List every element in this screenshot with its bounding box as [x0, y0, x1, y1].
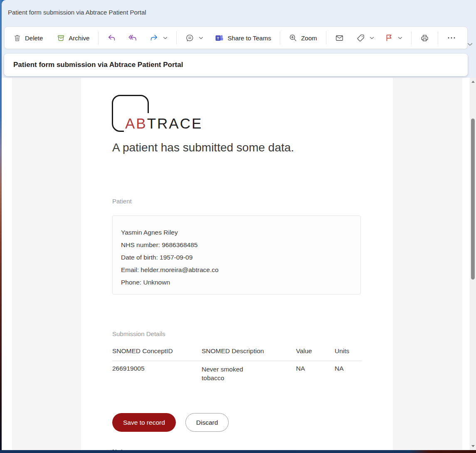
- reply-icon: [107, 34, 116, 42]
- categorize-button[interactable]: [352, 30, 379, 46]
- cell-concept-id: 266919005: [112, 365, 202, 382]
- scrollbar-down-arrow-icon[interactable]: [471, 445, 475, 447]
- reading-pane: ABTRACE A patient has submitted some dat…: [5, 78, 470, 450]
- chat-bubble-icon: [185, 34, 194, 42]
- archive-button[interactable]: Archive: [52, 31, 94, 45]
- reply-all-icon: [128, 34, 137, 42]
- toolbar-separator: [280, 31, 280, 45]
- zoom-button[interactable]: Zoom: [284, 30, 321, 45]
- save-to-record-button[interactable]: Save to record: [112, 413, 176, 432]
- logo-text-ab: AB: [125, 115, 147, 131]
- more-ellipsis-icon: [447, 34, 456, 42]
- desktop-edge-bottom: [0, 450, 476, 453]
- discard-button[interactable]: Discard: [185, 413, 229, 432]
- scrollbar[interactable]: [470, 78, 476, 450]
- table-row: 266919005 Never smoked tobacco NA NA: [112, 365, 362, 382]
- delete-button[interactable]: Delete: [9, 31, 47, 45]
- archive-label: Archive: [69, 35, 89, 42]
- header-snomed-description: SNOMED Description: [202, 347, 296, 355]
- patient-nhs-number: NHS number: 9686368485: [121, 239, 353, 251]
- share-to-teams-button[interactable]: T Share to Teams: [210, 30, 276, 46]
- toolbar-separator: [411, 31, 412, 45]
- print-button[interactable]: [416, 30, 434, 46]
- cell-value: NA: [296, 365, 335, 382]
- delete-label: Delete: [25, 35, 43, 42]
- header-snomed-conceptid: SNOMED ConceptID: [112, 347, 202, 355]
- cell-units: NA: [335, 365, 362, 382]
- toolbar-separator: [176, 31, 177, 45]
- share-to-teams-label: Share to Teams: [227, 35, 271, 42]
- submission-section-label: Submission Details: [112, 330, 165, 337]
- reply-button[interactable]: [103, 30, 121, 46]
- envelope-icon: [335, 34, 344, 42]
- email-action-buttons: Save to record Discard: [112, 413, 229, 432]
- scrollbar-thumb[interactable]: [471, 119, 475, 280]
- svg-text:T: T: [217, 36, 220, 40]
- toolbar: Delete Archive: [4, 27, 468, 49]
- header-value: Value: [296, 347, 335, 355]
- flag-chevron-icon: [398, 37, 402, 40]
- patient-name: Yasmin Agnes Riley: [121, 226, 353, 239]
- archive-icon: [57, 34, 65, 42]
- tag-icon: [356, 34, 365, 42]
- printer-icon: [420, 34, 429, 42]
- toolbar-separator: [438, 31, 438, 45]
- submission-table-header-row: SNOMED ConceptID SNOMED Description Valu…: [112, 347, 362, 355]
- logo-text-trace: TRACE: [147, 115, 203, 131]
- zoom-label: Zoom: [301, 35, 317, 42]
- message-subject: Patient form submission via Abtrace Pati…: [4, 61, 183, 69]
- forward-icon: [150, 34, 158, 42]
- more-options-button[interactable]: [442, 30, 461, 45]
- submission-table: SNOMED ConceptID SNOMED Description Valu…: [112, 347, 362, 382]
- scrollbar-up-arrow-icon[interactable]: [471, 81, 475, 83]
- table-header-divider: [112, 361, 362, 361]
- patient-email: Email: helder.moreira@abtrace.co: [121, 264, 353, 276]
- window-title: Patient form submission via Abtrace Pati…: [2, 9, 146, 16]
- abtrace-logo: ABTRACE: [112, 95, 228, 136]
- reply-all-button[interactable]: [124, 30, 142, 46]
- teams-icon: T: [215, 34, 224, 42]
- patient-phone: Phone: Unknown: [121, 276, 353, 289]
- toolbar-separator: [326, 31, 326, 45]
- patient-info-box: Yasmin Agnes Riley NHS number: 968636848…: [112, 215, 361, 295]
- trash-icon: [13, 34, 21, 42]
- email-heading: A patient has submitted some data.: [112, 141, 294, 154]
- forward-menu-chevron-icon: [163, 37, 168, 40]
- patient-dob: Date of birth: 1957-09-09: [121, 251, 353, 264]
- flag-icon: [385, 34, 393, 42]
- read-unread-button[interactable]: [330, 30, 348, 46]
- categorize-chevron-icon: [370, 37, 374, 40]
- toolbar-separator: [98, 31, 99, 45]
- collapse-toolbar-button[interactable]: [467, 40, 473, 48]
- cell-description: Never smoked tobacco: [202, 365, 252, 382]
- flag-button[interactable]: [380, 30, 407, 45]
- message-status-button[interactable]: [181, 30, 208, 46]
- message-status-chevron-icon: [199, 37, 203, 40]
- header-units: Units: [335, 347, 362, 355]
- forward-button[interactable]: [145, 30, 172, 46]
- message-subject-card: Patient form submission via Abtrace Pati…: [4, 54, 468, 76]
- chevron-down-icon: [467, 43, 473, 46]
- zoom-magnifier-icon: [289, 34, 297, 42]
- email-content-card: ABTRACE A patient has submitted some dat…: [81, 78, 393, 450]
- titlebar: Patient form submission via Abtrace Pati…: [2, 0, 476, 24]
- patient-section-label: Patient: [112, 198, 132, 205]
